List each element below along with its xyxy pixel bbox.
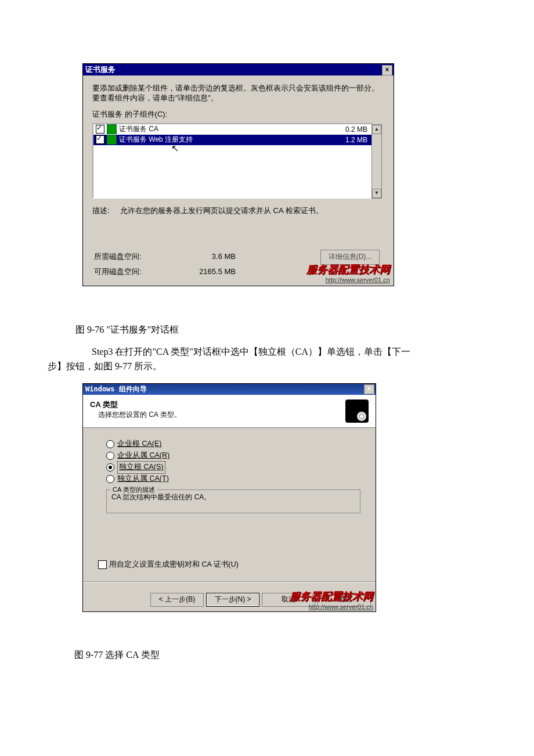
close-button[interactable]: × — [382, 65, 392, 75]
cd-icon — [345, 399, 369, 423]
ca-description-text: CA 层次结构中最受信任的 CA。 — [111, 493, 211, 501]
scrollbar[interactable]: ▲ ▼ — [371, 124, 382, 199]
para-line2: 步】按钮，如图 9-77 所示。 — [48, 361, 162, 371]
watermark: 服务器配置技术网 http://www.server01.cn — [290, 589, 373, 610]
disk-required-label: 所需磁盘空间: — [94, 252, 142, 261]
radio-option[interactable]: 独立从属 CA(T) — [106, 473, 360, 485]
radio-label: 企业根 CA(E) — [117, 438, 162, 449]
back-button[interactable]: < 上一步(B) — [150, 593, 204, 607]
radio-label: 独立根 CA(S) — [117, 461, 165, 473]
radio-label: 企业从属 CA(R) — [117, 450, 169, 461]
radio-icon[interactable] — [106, 440, 114, 448]
radio-option[interactable]: 独立根 CA(S) — [106, 462, 360, 473]
custom-settings-row[interactable]: 用自定义设置生成密钥对和 CA 证书(U) — [98, 560, 360, 570]
scroll-up-icon[interactable]: ▲ — [372, 125, 381, 134]
custom-settings-label: 用自定义设置生成密钥对和 CA 证书(U) — [109, 560, 239, 570]
figure-caption: 图 9-76 "证书服务"对话框 — [75, 324, 179, 336]
dialog-titlebar: Windows 组件向导 × — [83, 384, 376, 395]
list-item-label: 证书服务 CA — [119, 124, 158, 134]
cert-services-dialog: 证书服务 × 要添加或删除某个组件，请单击旁边的复选框。灰色框表示只会安装该组件… — [82, 63, 394, 286]
ca-type-radio-group: 企业根 CA(E) 企业从属 CA(R) 独立根 CA(S) 独立从属 CA(T… — [106, 438, 360, 485]
watermark-text: 服务器配置技术网 — [290, 589, 373, 603]
figure-caption: 图 9-77 选择 CA 类型 — [74, 649, 160, 661]
ca-type-dialog: Windows 组件向导 × CA 类型 选择您想设置的 CA 类型。 企业根 … — [82, 383, 376, 612]
subcomponents-label: 证书服务 的子组件(C): — [92, 109, 384, 120]
cursor-icon: ↖ — [171, 143, 179, 154]
close-button[interactable]: × — [364, 384, 374, 394]
dialog-titlebar: 证书服务 × — [83, 64, 394, 75]
list-item-size: 1.2 MB — [345, 136, 370, 144]
para-line1: Step3 在打开的"CA 类型"对话框中选中【独立根（CA）】单选钮，单击【下… — [92, 347, 410, 357]
disk-available-label: 可用磁盘空间: — [94, 267, 142, 276]
description-label: 描述: — [92, 206, 120, 216]
scroll-down-icon[interactable]: ▼ — [372, 189, 381, 198]
radio-option[interactable]: 企业从属 CA(R) — [106, 450, 360, 462]
wizard-buttons: < 上一步(B) 下一步(N) > 取消 帮助 服务器配置技术网 http://… — [83, 593, 376, 611]
separator — [83, 581, 376, 582]
checkbox-icon[interactable] — [98, 560, 107, 569]
wizard-subtitle: 选择您想设置的 CA 类型。 — [98, 410, 181, 420]
description-text: 允许在您的服务器上发行网页以提交请求并从 CA 检索证书。 — [120, 206, 323, 216]
disk-available-value: 2165.5 MB — [199, 267, 236, 276]
dialog-title: Windows 组件向导 — [85, 384, 147, 394]
next-button[interactable]: 下一步(N) > — [206, 593, 259, 607]
watermark-url: http://www.server01.cn — [306, 276, 390, 283]
checkbox-icon[interactable] — [96, 125, 104, 134]
checkbox-icon[interactable] — [96, 135, 104, 144]
radio-label: 独立从属 CA(T) — [117, 473, 169, 484]
watermark-url: http://www.server01.cn — [290, 603, 373, 610]
component-icon — [107, 124, 117, 134]
list-item[interactable]: 证书服务 CA 0.2 MB — [93, 124, 372, 135]
wizard-title: CA 类型 — [90, 399, 181, 410]
radio-option[interactable]: 企业根 CA(E) — [106, 438, 360, 450]
subcomponents-listbox[interactable]: 证书服务 CA 0.2 MB 证书服务 Web 注册支持 1.2 MB ↖ ▲ … — [92, 123, 373, 199]
radio-icon[interactable] — [106, 463, 114, 471]
radio-icon[interactable] — [106, 475, 114, 483]
list-item-label: 证书服务 Web 注册支持 — [119, 135, 193, 145]
body-paragraph: Step3 在打开的"CA 类型"对话框中选中【独立根（CA）】单选钮，单击【下… — [48, 345, 489, 374]
disk-required-value: 3.6 MB — [212, 252, 236, 261]
radio-icon[interactable] — [106, 452, 114, 460]
component-icon — [107, 135, 117, 145]
watermark-text: 服务器配置技术网 — [306, 262, 390, 276]
ca-description-box: CA 类型的描述 CA 层次结构中最受信任的 CA。 — [106, 489, 360, 513]
watermark: 服务器配置技术网 http://www.server01.cn — [306, 262, 390, 283]
list-item[interactable]: 证书服务 Web 注册支持 1.2 MB — [93, 135, 372, 145]
wizard-header: CA 类型 选择您想设置的 CA 类型。 — [83, 395, 376, 428]
groupbox-legend: CA 类型的描述 — [110, 485, 157, 494]
instructions-text: 要添加或删除某个组件，请单击旁边的复选框。灰色框表示只会安装该组件的一部分。要查… — [92, 84, 384, 103]
list-item-size: 0.2 MB — [345, 125, 370, 134]
dialog-title: 证书服务 — [85, 64, 116, 75]
